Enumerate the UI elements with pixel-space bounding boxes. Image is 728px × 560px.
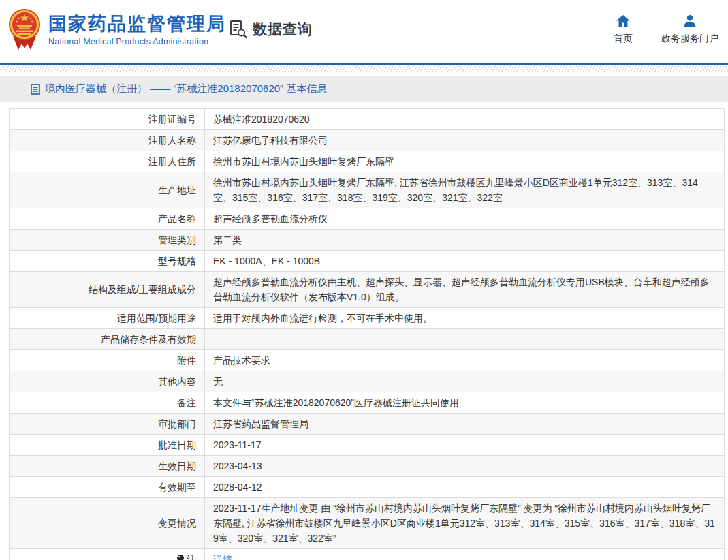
row-label-text: 生效日期 [158,461,196,471]
table-row: 产品名称超声经颅多普勒血流分析仪 [10,208,725,230]
table-row: 变更情况2023-11-17生产地址变更 由 “徐州市苏山村境内苏山头烟叶复烤厂… [10,498,725,549]
row-label-text: 注册人住所 [148,156,196,167]
table-row: 结构及组成/主要组成成分超声经颅多普勒血流分析仪由主机、超声探头、显示器、超声经… [10,272,725,308]
row-label: 其他内容 [10,371,205,392]
row-value: 2023-04-13 [205,456,725,477]
row-label-text: 备注 [177,397,196,408]
national-emblem-icon [8,7,41,52]
info-table-body: 注册证编号苏械注准20182070620注册人名称江苏亿康电子科技有限公司注册人… [10,109,725,560]
nav-home-label: 首页 [614,33,633,45]
table-row: 注册人名称江苏亿康电子科技有限公司 [10,130,725,151]
row-label: 注册证编号 [10,109,205,130]
row-label: 结构及组成/主要组成成分 [10,272,205,308]
row-label-text: 变更情况 [158,518,196,529]
row-label-text: 批准日期 [158,439,196,450]
registration-info-section: 注册证编号苏械注准20182070620注册人名称江苏亿康电子科技有限公司注册人… [9,108,719,560]
row-value: 超声经颅多普勒血流分析仪 [205,208,725,230]
note-icon [176,554,185,560]
row-value: 详情 [205,549,725,560]
row-value: 无 [205,371,725,392]
row-value: 江苏省药品监督管理局 [205,414,725,435]
row-value: 适用于对颅内外血流进行检测，不可在手术中使用。 [205,308,725,329]
table-row: 审批部门江苏省药品监督管理局 [10,414,725,435]
table-row: 管理类别第二类 [10,230,725,251]
row-label: 管理类别 [10,230,205,251]
table-row: 生效日期2023-04-13 [10,456,725,477]
row-value: 2023-11-17 [205,435,725,456]
nav-service-portal-label: 政务服务门户 [661,33,718,45]
row-label-text: 其他内容 [158,376,196,387]
row-label: 批准日期 [10,435,205,456]
row-value: EK - 1000A、EK - 1000B [205,251,725,272]
row-value: 产品技术要求 [205,350,725,371]
row-label-text: 适用范围/预期用途 [117,313,196,324]
row-value: 徐州市苏山村境内苏山头烟叶复烤厂东隔壁, 江苏省徐州市鼓楼区九里峰景小区D区商业… [205,172,725,208]
info-table: 注册证编号苏械注准20182070620注册人名称江苏亿康电子科技有限公司注册人… [9,108,725,560]
table-row: 注册证编号苏械注准20182070620 [10,109,725,130]
top-nav: 首页 政务服务门户 [614,14,718,45]
row-label: 注 [10,549,205,560]
document-icon [31,84,40,95]
nav-home[interactable]: 首页 [614,14,633,45]
brand[interactable]: 国家药品监督管理局 National Medical Products Admi… [8,7,226,52]
row-label: 产品储存条件及有效期 [10,329,205,350]
hatched-strip [0,65,728,72]
row-label: 附件 [10,350,205,371]
table-row: 附件产品技术要求 [10,350,725,371]
row-value: 超声经颅多普勒血流分析仪由主机、超声探头、显示器、超声经颅多普勒血流分析仪专用U… [205,272,725,308]
table-row: 产品储存条件及有效期 [10,329,725,350]
table-row: 其他内容无 [10,371,725,392]
row-label: 注册人住所 [10,151,205,172]
table-row: 备注本文件与“苏械注准20182070620”医疗器械注册证共同使用 [10,392,725,414]
site-subtitle: National Medical Products Administration [48,37,226,46]
table-row: 注册人住所徐州市苏山村境内苏山头烟叶复烤厂东隔壁 [10,151,725,172]
row-value: 2028-04-12 [205,477,725,498]
breadcrumb: 境内医疗器械（注册） —— “苏械注准20182070620” 基本信息 [0,76,728,102]
detail-link[interactable]: 详情 [213,554,232,560]
row-value: 本文件与“苏械注准20182070620”医疗器械注册证共同使用 [205,392,725,414]
row-value: 徐州市苏山村境内苏山头烟叶复烤厂东隔壁 [205,151,725,172]
breadcrumb-text: 境内医疗器械（注册） —— “苏械注准20182070620” 基本信息 [45,82,327,95]
row-label: 生效日期 [10,456,205,477]
row-label-text: 结构及组成/主要组成成分 [89,284,196,295]
table-row: 有效期至2028-04-12 [10,477,725,498]
row-label-text: 生产地址 [158,185,196,196]
row-label-text: 管理类别 [158,234,196,245]
row-label-text: 产品名称 [158,213,196,224]
site-title: 国家药品监督管理局 [48,14,226,35]
table-row: 适用范围/预期用途适用于对颅内外血流进行检测，不可在手术中使用。 [10,308,725,329]
row-value [205,329,725,350]
table-row: 生产地址徐州市苏山村境内苏山头烟叶复烤厂东隔壁, 江苏省徐州市鼓楼区九里峰景小区… [10,172,725,208]
data-query-icon [230,20,248,39]
data-query-label: 数据查询 [253,20,313,39]
row-value: 江苏亿康电子科技有限公司 [205,130,725,151]
row-label-text: 审批部门 [158,418,196,429]
header: 国家药品监督管理局 National Medical Products Admi… [0,0,728,63]
table-row: 批准日期2023-11-17 [10,435,725,456]
row-label: 注册人名称 [10,130,205,151]
row-label: 变更情况 [10,498,205,549]
home-icon [616,14,631,28]
row-label: 备注 [10,392,205,414]
row-label-text: 注册人名称 [148,135,196,146]
row-label: 生产地址 [10,172,205,208]
data-query-tab[interactable]: 数据查询 [230,20,313,39]
user-icon [683,14,697,28]
row-label: 审批部门 [10,414,205,435]
brand-text: 国家药品监督管理局 National Medical Products Admi… [48,14,226,46]
row-label-text: 注 [187,554,196,560]
row-value: 2023-11-17生产地址变更 由 “徐州市苏山村境内苏山头烟叶复烤厂东隔壁”… [205,498,725,549]
table-row: 型号规格EK - 1000A、EK - 1000B [10,251,725,272]
nav-service-portal[interactable]: 政务服务门户 [661,14,718,45]
row-label-text: 有效期至 [158,482,196,493]
row-value: 第二类 [205,230,725,251]
table-row: 注详情 [10,549,725,560]
row-value: 苏械注准20182070620 [205,109,725,130]
row-label: 型号规格 [10,251,205,272]
row-label-text: 注册证编号 [148,114,196,125]
row-label: 有效期至 [10,477,205,498]
row-label-text: 型号规格 [158,255,196,266]
row-label-text: 附件 [177,355,196,366]
row-label-text: 产品储存条件及有效期 [101,334,196,345]
row-label: 产品名称 [10,208,205,230]
